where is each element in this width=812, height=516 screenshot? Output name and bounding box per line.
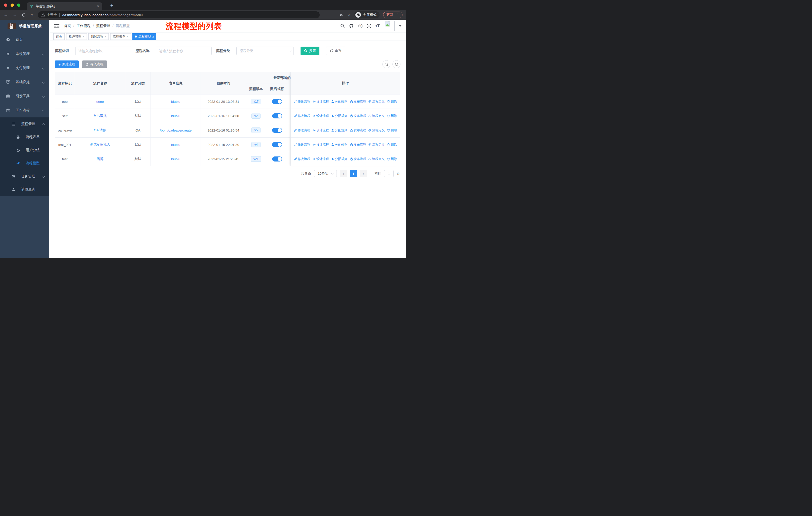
process-definition-link[interactable]: 流程定义	[369, 143, 385, 147]
version-badge[interactable]: v2	[252, 113, 260, 119]
form-info-link[interactable]: biubiu	[171, 114, 180, 118]
page-size-select[interactable]: 10条/页	[314, 170, 337, 177]
delete-link[interactable]: 删除	[387, 114, 397, 118]
reload-icon[interactable]	[22, 13, 26, 17]
process-key-input[interactable]	[75, 47, 131, 55]
active-toggle[interactable]	[272, 113, 282, 118]
window-maximize-button[interactable]	[17, 3, 20, 7]
tag-tenant[interactable]: 租户管理x	[66, 33, 87, 40]
active-toggle[interactable]	[272, 99, 282, 104]
design-process-link[interactable]: 设计流程	[313, 114, 329, 118]
version-badge[interactable]: v21	[251, 156, 261, 162]
key-icon[interactable]	[339, 12, 344, 17]
edit-process-link[interactable]: 修改流程	[294, 114, 310, 118]
sidebar-item-infra[interactable]: 基础设施	[0, 75, 49, 89]
design-process-link[interactable]: 设计流程	[313, 100, 329, 104]
edit-process-link[interactable]: 修改流程	[294, 100, 310, 104]
sidebar-item-pay[interactable]: ¥ 支付管理	[0, 61, 49, 75]
breadcrumb-process-management[interactable]: 流程管理	[96, 24, 110, 28]
process-name-link[interactable]: 滔博	[97, 157, 104, 161]
assign-rule-link[interactable]: 分配规则	[331, 128, 348, 133]
window-close-button[interactable]	[4, 3, 7, 7]
tag-process-model[interactable]: 流程模型x	[133, 33, 156, 40]
sidebar-item-process-form[interactable]: 流程表单	[0, 131, 49, 144]
sidebar-item-user-group[interactable]: 用户分组	[0, 144, 49, 157]
assign-rule-link[interactable]: 分配规则	[331, 114, 348, 118]
tag-close-icon[interactable]: x	[152, 35, 154, 38]
reset-button[interactable]: 重置	[326, 47, 345, 55]
active-toggle[interactable]	[272, 157, 282, 162]
browser-update-button[interactable]: 更新 ⋮	[383, 11, 403, 18]
process-definition-link[interactable]: 流程定义	[369, 100, 385, 104]
process-definition-link[interactable]: 流程定义	[369, 157, 385, 161]
tag-close-icon[interactable]: x	[127, 35, 128, 38]
assign-rule-link[interactable]: 分配规则	[331, 157, 348, 161]
publish-process-link[interactable]: 发布流程	[350, 114, 366, 118]
process-definition-link[interactable]: 流程定义	[369, 128, 385, 133]
sidebar-item-workflow[interactable]: 工作流程	[0, 103, 49, 117]
fullscreen-icon[interactable]	[367, 24, 371, 28]
form-info-link[interactable]: biubiu	[171, 143, 180, 147]
form-info-link[interactable]: biubiu	[171, 157, 180, 161]
form-info-link[interactable]: biubiu	[171, 100, 180, 104]
publish-process-link[interactable]: 发布流程	[350, 100, 366, 104]
sidebar-item-process-model[interactable]: 流程模型	[0, 157, 49, 170]
process-definition-link[interactable]: 流程定义	[369, 114, 385, 118]
process-name-input[interactable]	[156, 47, 212, 55]
process-name-link[interactable]: eeee	[96, 100, 104, 104]
font-size-icon[interactable]: TT	[376, 23, 380, 28]
tag-process-form[interactable]: 流程表单x	[110, 33, 131, 40]
goto-page-input[interactable]	[384, 170, 394, 177]
active-toggle[interactable]	[272, 128, 282, 133]
next-page-button[interactable]: ›	[360, 170, 367, 177]
sidebar-logo[interactable]: 芋道管理系统	[0, 20, 49, 33]
delete-link[interactable]: 删除	[387, 157, 397, 161]
delete-link[interactable]: 删除	[387, 143, 397, 147]
forward-icon[interactable]: →	[12, 12, 17, 18]
tab-close-icon[interactable]: ×	[97, 4, 99, 8]
publish-process-link[interactable]: 发布流程	[350, 143, 366, 147]
create-process-button[interactable]: + 新建流程	[55, 60, 79, 68]
breadcrumb-home[interactable]: 首页	[64, 24, 71, 28]
edit-process-link[interactable]: 修改流程	[294, 157, 310, 161]
bookmark-star-icon[interactable]: ☆	[347, 12, 351, 18]
browser-menu-icon[interactable]: ⋮	[396, 13, 399, 17]
prev-page-button[interactable]: ‹	[340, 170, 347, 177]
process-name-link[interactable]: 测试多审批人	[90, 142, 110, 147]
design-process-link[interactable]: 设计流程	[313, 128, 329, 133]
process-name-link[interactable]: 自己审批	[93, 114, 107, 118]
sidebar-item-system[interactable]: 系统管理	[0, 47, 49, 61]
sidebar-collapse-icon[interactable]	[54, 24, 59, 28]
version-badge[interactable]: v5	[252, 128, 260, 133]
sidebar-item-process-management[interactable]: 流程管理	[0, 117, 49, 131]
tag-my-process[interactable]: 我的流程x	[88, 33, 109, 40]
breadcrumb-workflow[interactable]: 工作流程	[77, 24, 91, 28]
search-icon[interactable]	[340, 24, 345, 28]
assign-rule-link[interactable]: 分配规则	[331, 100, 348, 104]
category-select[interactable]: 流程分类	[236, 47, 294, 55]
sidebar-item-task-management[interactable]: 任务管理	[0, 170, 49, 183]
avatar-caret-icon[interactable]	[399, 25, 402, 27]
show-search-button[interactable]	[382, 60, 390, 68]
window-minimize-button[interactable]	[10, 3, 14, 7]
edit-process-link[interactable]: 修改流程	[294, 143, 310, 147]
active-toggle[interactable]	[272, 142, 282, 147]
sidebar-item-leave-query[interactable]: 请假查询	[0, 183, 49, 196]
help-icon[interactable]: ?	[358, 24, 362, 28]
tag-close-icon[interactable]: x	[105, 35, 107, 38]
version-badge[interactable]: v17	[251, 99, 261, 104]
home-icon[interactable]: ⌂	[30, 12, 33, 18]
avatar[interactable]	[384, 21, 395, 31]
assign-rule-link[interactable]: 分配规则	[331, 143, 348, 147]
delete-link[interactable]: 删除	[387, 128, 397, 133]
current-page-button[interactable]: 1	[350, 170, 357, 177]
github-icon[interactable]	[349, 24, 354, 28]
browser-tab[interactable]: 芋道管理系统 ×	[27, 2, 102, 10]
tag-home[interactable]: 首页	[53, 33, 65, 40]
new-tab-button[interactable]: +	[110, 3, 113, 8]
form-info-link[interactable]: /bpm/oa/leave/create	[160, 129, 192, 132]
refresh-button[interactable]	[393, 60, 401, 68]
publish-process-link[interactable]: 发布流程	[350, 128, 366, 133]
process-name-link[interactable]: OA 请假	[94, 128, 107, 133]
design-process-link[interactable]: 设计流程	[313, 157, 329, 161]
